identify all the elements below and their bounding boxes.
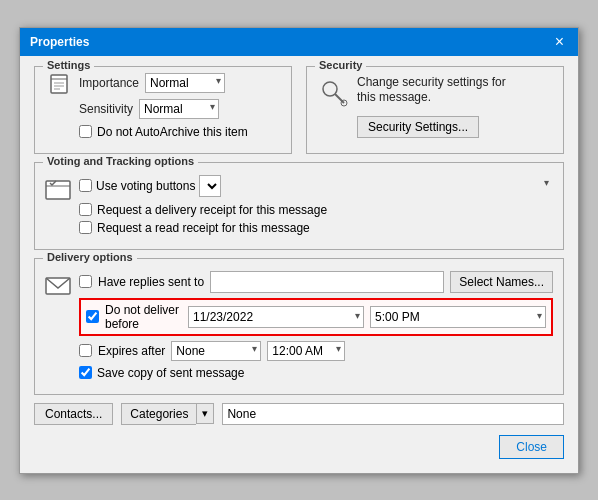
replies-input[interactable] (210, 271, 444, 293)
deliver-time-wrapper (370, 306, 546, 328)
settings-fields: Importance Normal Sensitivity (79, 73, 248, 143)
dialog-body: Settings Importance (20, 56, 578, 473)
contacts-button[interactable]: Contacts... (34, 403, 113, 425)
bottom-buttons: Close (34, 435, 564, 459)
delivery-receipt-checkbox[interactable] (79, 203, 92, 216)
importance-select[interactable]: Normal (145, 73, 225, 93)
expires-label: Expires after (98, 344, 165, 358)
security-section: Security Change security settings for th… (306, 66, 564, 154)
dialog-title: Properties (30, 35, 89, 49)
voting-icon (45, 177, 71, 206)
importance-select-wrapper: Normal (145, 73, 225, 93)
save-copy-label: Save copy of sent message (97, 366, 244, 380)
read-receipt-label: Request a read receipt for this message (97, 221, 310, 235)
delivery-icon (45, 273, 71, 302)
security-icon (317, 77, 349, 116)
read-receipt-checkbox[interactable] (79, 221, 92, 234)
deliver-date-wrapper (188, 306, 364, 328)
properties-dialog: Properties × Settings (19, 27, 579, 474)
voting-options-select[interactable] (199, 175, 221, 197)
categories-input[interactable] (222, 403, 564, 425)
expires-date-wrapper: None (171, 341, 261, 361)
voting-legend: Voting and Tracking options (43, 155, 198, 167)
expires-checkbox[interactable] (79, 344, 92, 357)
sensitivity-select[interactable]: Normal (139, 99, 219, 119)
sensitivity-row: Sensitivity Normal (79, 99, 248, 119)
do-not-deliver-row: Do not deliver before (79, 298, 553, 336)
delivery-receipt-row: Request a delivery receipt for this mess… (79, 203, 553, 217)
security-legend: Security (315, 59, 366, 71)
categories-dropdown-button[interactable]: ▾ (196, 403, 214, 424)
use-voting-label: Use voting buttons (96, 179, 195, 193)
deliver-date-input[interactable] (188, 306, 364, 328)
replies-checkbox[interactable] (79, 275, 92, 288)
importance-icon (45, 73, 73, 101)
security-description: Change security settings for this messag… (357, 75, 517, 106)
importance-row: Importance Normal (79, 73, 248, 93)
select-names-button[interactable]: Select Names... (450, 271, 553, 293)
autoarchive-label: Do not AutoArchive this item (97, 125, 248, 139)
save-copy-checkbox[interactable] (79, 366, 92, 379)
expires-date-select[interactable]: None (171, 341, 261, 361)
do-not-deliver-label: Do not deliver before (105, 303, 182, 331)
save-copy-row: Save copy of sent message (79, 366, 553, 380)
close-button[interactable]: Close (499, 435, 564, 459)
contacts-categories-row: Contacts... Categories ▾ (34, 403, 564, 425)
expires-row: Expires after None 12:00 AM (79, 341, 553, 361)
settings-legend: Settings (43, 59, 94, 71)
svg-rect-8 (46, 181, 70, 199)
voting-options-wrapper (199, 175, 553, 197)
replies-label: Have replies sent to (98, 275, 204, 289)
sensitivity-select-wrapper: Normal (139, 99, 219, 119)
sensitivity-label: Sensitivity (79, 102, 133, 116)
delivery-section: Delivery options Have replies sent to Se… (34, 258, 564, 395)
voting-fields: Use voting buttons Request a delivery re… (79, 175, 553, 239)
svg-point-5 (323, 82, 337, 96)
autoarchive-row: Do not AutoArchive this item (79, 125, 248, 139)
use-voting-checkbox[interactable] (79, 179, 92, 192)
replies-row: Have replies sent to Select Names... (79, 271, 553, 293)
categories-btn-wrapper: Categories ▾ (121, 403, 214, 425)
svg-line-6 (335, 94, 344, 103)
delivery-receipt-label: Request a delivery receipt for this mess… (97, 203, 327, 217)
settings-section: Settings Importance (34, 66, 292, 154)
do-not-deliver-checkbox[interactable] (86, 310, 99, 323)
voting-section: Voting and Tracking options Use voting b… (34, 162, 564, 250)
delivery-fields: Have replies sent to Select Names... Do … (79, 271, 553, 384)
use-voting-row: Use voting buttons (79, 175, 553, 197)
svg-rect-0 (51, 75, 67, 93)
security-content: Change security settings for this messag… (357, 75, 517, 138)
top-sections: Settings Importance (34, 66, 564, 154)
deliver-time-input[interactable] (370, 306, 546, 328)
security-settings-button[interactable]: Security Settings... (357, 116, 479, 138)
close-icon[interactable]: × (551, 34, 568, 50)
expires-time-wrapper: 12:00 AM (267, 341, 345, 361)
autoarchive-checkbox[interactable] (79, 125, 92, 138)
expires-time-select[interactable]: 12:00 AM (267, 341, 345, 361)
delivery-inner: Have replies sent to Select Names... Do … (45, 271, 553, 384)
delivery-legend: Delivery options (43, 251, 137, 263)
title-bar: Properties × (20, 28, 578, 56)
categories-button[interactable]: Categories (121, 403, 196, 425)
importance-label: Importance (79, 76, 139, 90)
read-receipt-row: Request a read receipt for this message (79, 221, 553, 235)
